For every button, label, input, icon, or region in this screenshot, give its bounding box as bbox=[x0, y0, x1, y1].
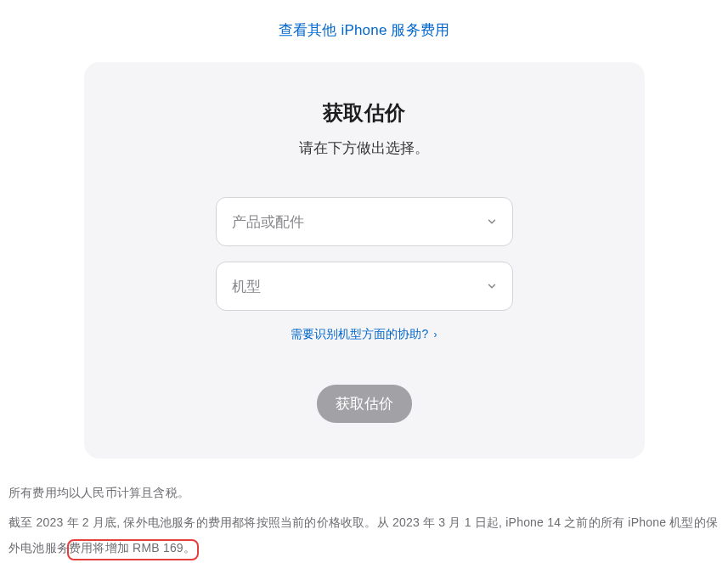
help-link-container: 需要识别机型方面的协助? › bbox=[118, 326, 611, 342]
get-estimate-button[interactable]: 获取估价 bbox=[317, 385, 412, 423]
estimate-card: 获取估价 请在下方做出选择。 产品或配件 机型 需要识别机型方面的协助? › 获… bbox=[84, 62, 645, 459]
product-placeholder: 产品或配件 bbox=[232, 212, 304, 232]
card-subtitle: 请在下方做出选择。 bbox=[118, 138, 611, 158]
product-select-inner[interactable]: 产品或配件 bbox=[216, 197, 513, 246]
chevron-right-icon: › bbox=[431, 329, 437, 341]
product-select[interactable]: 产品或配件 bbox=[216, 197, 513, 246]
model-select[interactable]: 机型 bbox=[216, 262, 513, 311]
model-placeholder: 机型 bbox=[232, 277, 261, 296]
model-select-inner[interactable]: 机型 bbox=[216, 262, 513, 311]
other-iphone-fees-link[interactable]: 查看其他 iPhone 服务费用 bbox=[279, 22, 450, 38]
identify-model-help-link[interactable]: 需要识别机型方面的协助? › bbox=[291, 327, 437, 341]
footer-line1: 所有费用均以人民币计算且含税。 bbox=[8, 481, 720, 505]
card-title: 获取估价 bbox=[118, 99, 611, 127]
footer-line2: 截至 2023 年 2 月底, 保外电池服务的费用都将按照当前的价格收取。从 2… bbox=[8, 510, 720, 560]
footer-highlighted-price: 费用将增加 RMB 169。 bbox=[69, 536, 195, 560]
footer-notes: 所有费用均以人民币计算且含税。 截至 2023 年 2 月底, 保外电池服务的费… bbox=[0, 459, 728, 560]
help-link-label: 需要识别机型方面的协助? bbox=[291, 327, 428, 341]
top-link-container: 查看其他 iPhone 服务费用 bbox=[0, 0, 728, 52]
